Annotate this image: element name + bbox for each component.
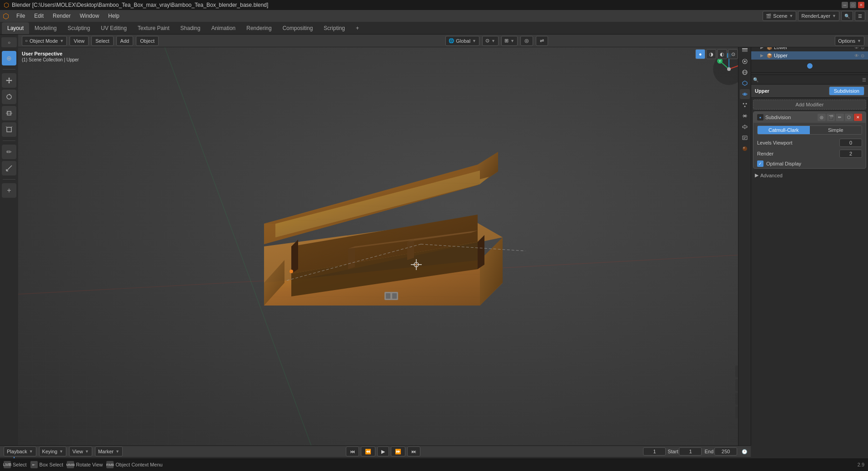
rotate-tool[interactable] bbox=[2, 90, 16, 104]
prev-keyframe-btn[interactable]: ⏪ bbox=[361, 446, 375, 456]
tab-uv-editing[interactable]: UV Editing bbox=[95, 22, 132, 34]
transform-pivot[interactable]: ⊙ ▼ bbox=[482, 36, 499, 46]
world-properties-icon[interactable] bbox=[740, 67, 750, 77]
mode-selector[interactable]: ○ bbox=[1, 37, 17, 47]
minimize-button[interactable]: ─ bbox=[842, 2, 848, 8]
viewport-3d[interactable]: X Y Z User Perspective (1) Scene Collect… bbox=[18, 47, 751, 446]
global-search[interactable]: 🔍 bbox=[841, 11, 853, 21]
scale-tool[interactable] bbox=[2, 106, 16, 120]
transform-icon bbox=[5, 126, 13, 133]
proportional-edit[interactable]: ◎ bbox=[520, 36, 533, 46]
viewport-overlays-toggle[interactable]: ⊙ bbox=[728, 49, 738, 59]
catmull-clark-btn[interactable]: Catmull-Clark bbox=[758, 126, 810, 134]
marker-dropdown[interactable]: Marker ▼ bbox=[95, 446, 123, 456]
advanced-section[interactable]: ▶ Advanced bbox=[751, 170, 868, 180]
add-tool[interactable]: + bbox=[2, 183, 16, 198]
tab-shading[interactable]: Shading bbox=[175, 22, 206, 34]
collection-item-upper[interactable]: ▶ 📦 Upper 👁 ⊙ bbox=[751, 51, 868, 60]
global-transform[interactable]: 🌐 Global ▼ bbox=[445, 36, 479, 46]
version-display: 2.9 bbox=[858, 462, 864, 467]
svg-point-0 bbox=[7, 95, 11, 99]
collection-upper-icon: 📦 bbox=[767, 53, 772, 58]
menu-item-window[interactable]: Window bbox=[76, 12, 103, 20]
mod-type-edit[interactable]: ✏ bbox=[836, 114, 844, 121]
menu-item-help[interactable]: Help bbox=[105, 12, 123, 20]
tab-add[interactable]: + bbox=[350, 22, 364, 34]
mod-type-realtime[interactable]: ◎ bbox=[818, 114, 826, 121]
scene-properties-icon[interactable] bbox=[740, 56, 750, 66]
properties-filter-icon[interactable]: ☰ bbox=[862, 77, 866, 82]
mode-dropdown[interactable]: ○ Object Mode ▼ bbox=[22, 36, 67, 46]
object-menu[interactable]: Object bbox=[136, 36, 159, 46]
view-menu[interactable]: View bbox=[70, 36, 89, 46]
material-properties-icon[interactable] bbox=[740, 144, 750, 154]
add-modifier-button[interactable]: Add Modifier bbox=[753, 100, 866, 110]
mod-delete-btn[interactable]: ✕ bbox=[854, 114, 862, 121]
maximize-button[interactable]: □ bbox=[850, 2, 856, 8]
render-layer-selector[interactable]: RenderLayer ▼ bbox=[798, 11, 839, 21]
next-keyframe-btn[interactable]: ⏩ bbox=[391, 446, 405, 456]
transform-header-btn[interactable]: ⇌ bbox=[536, 36, 548, 46]
menu-item-file[interactable]: File bbox=[13, 12, 29, 20]
viewport-shading-material[interactable]: ◑ bbox=[706, 49, 716, 59]
transform-tool[interactable] bbox=[2, 122, 16, 137]
modifier-visibility-btn[interactable]: ● bbox=[757, 114, 763, 120]
scene-selector[interactable]: 🎬 Scene ▼ bbox=[763, 11, 796, 21]
keying-dropdown[interactable]: Keying ▼ bbox=[39, 446, 67, 456]
play-btn[interactable]: ▶ bbox=[377, 446, 389, 456]
levels-viewport-value[interactable]: 0 bbox=[839, 139, 862, 147]
tab-modeling[interactable]: Modeling bbox=[29, 22, 62, 34]
snap-menu[interactable]: ⊞ ▼ bbox=[501, 36, 518, 46]
tab-layout[interactable]: Layout bbox=[2, 22, 29, 34]
menu-item-render[interactable]: Render bbox=[49, 12, 74, 20]
menu-item-edit[interactable]: Edit bbox=[30, 12, 47, 20]
playback-fps-indicator: 🕐 bbox=[742, 449, 747, 454]
world-icon bbox=[742, 69, 748, 75]
scene-props-icon bbox=[742, 58, 748, 65]
upper-visibility-icon[interactable]: 👁 bbox=[854, 53, 859, 58]
add-menu[interactable]: Add bbox=[116, 36, 134, 46]
start-frame-input[interactable]: 1 bbox=[679, 447, 702, 456]
data-properties-icon[interactable] bbox=[740, 133, 750, 143]
tab-sculpting[interactable]: Sculpting bbox=[62, 22, 95, 34]
right-panel: 📦 Scene Collection ☰ 🔍 ▼ 📁 Bamboo_Tea_Bo… bbox=[751, 22, 868, 446]
timeline-view-dropdown[interactable]: View ▼ bbox=[69, 446, 92, 456]
tab-animation[interactable]: Animation bbox=[206, 22, 241, 34]
properties-search-input[interactable] bbox=[760, 77, 860, 82]
options-menu[interactable]: Options ▼ bbox=[835, 36, 864, 46]
render-value[interactable]: 2 bbox=[839, 150, 862, 158]
particles-icon[interactable] bbox=[740, 100, 750, 110]
playback-dropdown[interactable]: Playback ▼ bbox=[4, 446, 36, 456]
select-hint-label: Select bbox=[13, 462, 27, 467]
measure-tool[interactable] bbox=[2, 161, 16, 175]
tab-scripting[interactable]: Scripting bbox=[318, 22, 350, 34]
annotate-tool[interactable]: ✏ bbox=[2, 145, 16, 159]
simple-btn[interactable]: Simple bbox=[810, 126, 862, 134]
optimal-display-checkbox[interactable]: ✓ bbox=[757, 160, 763, 167]
select-menu[interactable]: Select bbox=[91, 36, 114, 46]
modifier-properties-icon[interactable] bbox=[740, 89, 750, 99]
jump-to-end-btn[interactable]: ⏭ bbox=[407, 446, 420, 456]
jump-to-start-btn[interactable]: ⏮ bbox=[346, 446, 359, 456]
mod-type-cage[interactable]: ⬡ bbox=[845, 114, 853, 121]
titlebar-controls[interactable]: ─ □ ✕ bbox=[842, 2, 864, 8]
mod-type-render[interactable]: 🎬 bbox=[827, 114, 835, 121]
object-properties-icon[interactable] bbox=[740, 78, 750, 88]
current-frame-input[interactable]: 1 bbox=[643, 447, 666, 456]
cursor-tool[interactable]: ⊕ bbox=[2, 51, 16, 65]
physics-icon[interactable] bbox=[740, 111, 750, 121]
upper-exclude-icon[interactable]: ⊙ bbox=[861, 53, 864, 58]
end-frame-input[interactable]: 250 bbox=[714, 447, 737, 456]
global-icon: 🌐 bbox=[449, 38, 454, 43]
close-button[interactable]: ✕ bbox=[858, 2, 864, 8]
modifier-icon bbox=[742, 91, 748, 97]
tab-rendering[interactable]: Rendering bbox=[241, 22, 277, 34]
move-tool[interactable] bbox=[2, 73, 16, 88]
filter-btn[interactable]: ☰ bbox=[855, 11, 865, 21]
tab-texture-paint[interactable]: Texture Paint bbox=[132, 22, 175, 34]
tab-compositing[interactable]: Compositing bbox=[277, 22, 319, 34]
constraints-icon[interactable] bbox=[740, 122, 750, 132]
viewport-shading-solid[interactable]: ● bbox=[695, 49, 705, 59]
viewport-shading-rendered[interactable]: ◐ bbox=[717, 49, 727, 59]
modifier-subdiv-btn[interactable]: Subdivision bbox=[829, 87, 864, 95]
